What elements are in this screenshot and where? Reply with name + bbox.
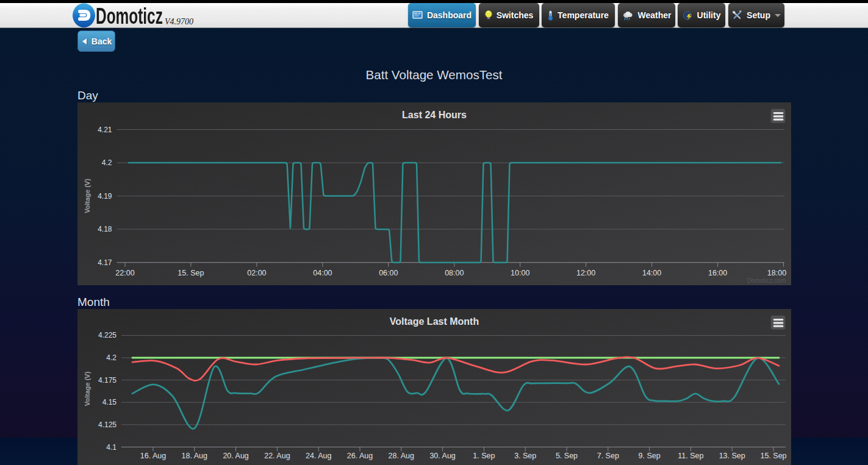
svg-text:28. Aug: 28. Aug [389, 452, 414, 460]
svg-text:4.17: 4.17 [98, 258, 112, 267]
svg-text:12:00: 12:00 [576, 269, 595, 277]
svg-text:7. Sep: 7. Sep [597, 452, 619, 460]
svg-text:Voltage (V): Voltage (V) [84, 179, 91, 213]
svg-text:4.19: 4.19 [98, 192, 112, 201]
svg-text:16. Aug: 16. Aug [140, 452, 166, 460]
svg-text:4.18: 4.18 [98, 225, 112, 233]
svg-text:18. Aug: 18. Aug [182, 452, 207, 460]
svg-text:5. Sep: 5. Sep [556, 452, 578, 460]
svg-text:10:00: 10:00 [511, 269, 529, 277]
svg-text:4.175: 4.175 [98, 376, 117, 385]
svg-text:15. Sep: 15. Sep [760, 452, 786, 460]
svg-text:18:00: 18:00 [767, 269, 786, 277]
svg-text:4.2: 4.2 [102, 158, 112, 167]
svg-text:4.21: 4.21 [98, 126, 112, 134]
svg-text:13. Sep: 13. Sep [719, 452, 745, 460]
svg-text:02:00: 02:00 [247, 269, 266, 277]
svg-text:30. Aug: 30. Aug [429, 452, 455, 460]
svg-text:24. Aug: 24. Aug [306, 452, 331, 460]
svg-text:4.1: 4.1 [106, 443, 117, 452]
svg-text:4.2: 4.2 [106, 353, 117, 362]
svg-text:22. Aug: 22. Aug [264, 452, 290, 460]
svg-text:Last 24 Hours: Last 24 Hours [402, 110, 467, 120]
svg-text:4.15: 4.15 [102, 398, 117, 406]
svg-text:4.225: 4.225 [98, 331, 117, 339]
svg-text:4.125: 4.125 [98, 421, 117, 429]
svg-text:14:00: 14:00 [642, 269, 661, 277]
svg-text:Voltage (V): Voltage (V) [84, 371, 91, 406]
svg-text:1. Sep: 1. Sep [473, 452, 495, 460]
svg-text:26. Aug: 26. Aug [347, 452, 373, 460]
svg-text:16:00: 16:00 [708, 269, 727, 277]
svg-text:04:00: 04:00 [313, 269, 332, 277]
svg-text:20. Aug: 20. Aug [223, 452, 248, 460]
svg-text:11. Sep: 11. Sep [678, 452, 703, 460]
svg-text:Domoticz.com: Domoticz.com [747, 277, 786, 284]
svg-text:22:00: 22:00 [115, 269, 134, 277]
svg-text:Voltage Last Month: Voltage Last Month [390, 316, 479, 327]
svg-text:3. Sep: 3. Sep [514, 452, 536, 460]
svg-text:15. Sep: 15. Sep [178, 269, 204, 277]
svg-text:06:00: 06:00 [379, 269, 398, 277]
svg-text:9. Sep: 9. Sep [639, 452, 661, 460]
svg-text:08:00: 08:00 [445, 269, 464, 277]
